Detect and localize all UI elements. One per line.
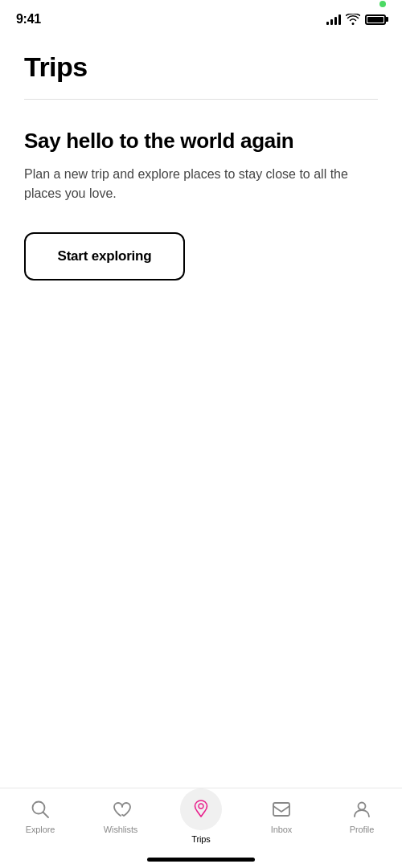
wishlists-tab-label: Wishlists xyxy=(104,825,138,834)
signal-icon xyxy=(326,14,341,25)
trips-icon-circle xyxy=(180,788,222,830)
sidebar-item-inbox[interactable]: Inbox xyxy=(241,798,322,834)
section-heading: Say hello to the world again xyxy=(24,129,378,154)
explore-tab-label: Explore xyxy=(26,825,55,834)
inbox-icon xyxy=(270,798,293,821)
svg-rect-2 xyxy=(273,803,289,816)
trips-tab-label: Trips xyxy=(191,834,211,844)
wifi-icon xyxy=(346,14,360,25)
explore-icon xyxy=(29,798,51,821)
sidebar-item-trips[interactable]: Trips xyxy=(161,798,241,844)
green-dot-indicator xyxy=(379,1,386,7)
status-bar: 9:41 xyxy=(0,0,402,35)
status-icons xyxy=(326,14,386,25)
profile-tab-label: Profile xyxy=(350,825,374,834)
home-indicator xyxy=(147,858,255,862)
main-content: Trips Say hello to the world again Plan … xyxy=(0,35,402,280)
svg-point-3 xyxy=(359,803,366,810)
sidebar-item-wishlists[interactable]: Wishlists xyxy=(80,798,161,834)
divider xyxy=(24,99,378,100)
section-description: Plan a new trip and explore places to st… xyxy=(24,165,378,203)
start-exploring-button[interactable]: Start exploring xyxy=(24,232,185,280)
status-time: 9:41 xyxy=(16,12,41,27)
page-title: Trips xyxy=(24,51,378,83)
inbox-tab-label: Inbox xyxy=(271,825,292,834)
wishlists-icon xyxy=(109,798,132,821)
tab-bar: Explore Wishlists Trips Inbox xyxy=(0,788,402,868)
sidebar-item-explore[interactable]: Explore xyxy=(0,798,80,834)
svg-line-1 xyxy=(43,813,49,818)
battery-icon xyxy=(365,14,386,25)
sidebar-item-profile[interactable]: Profile xyxy=(322,798,402,834)
profile-icon xyxy=(351,798,373,821)
